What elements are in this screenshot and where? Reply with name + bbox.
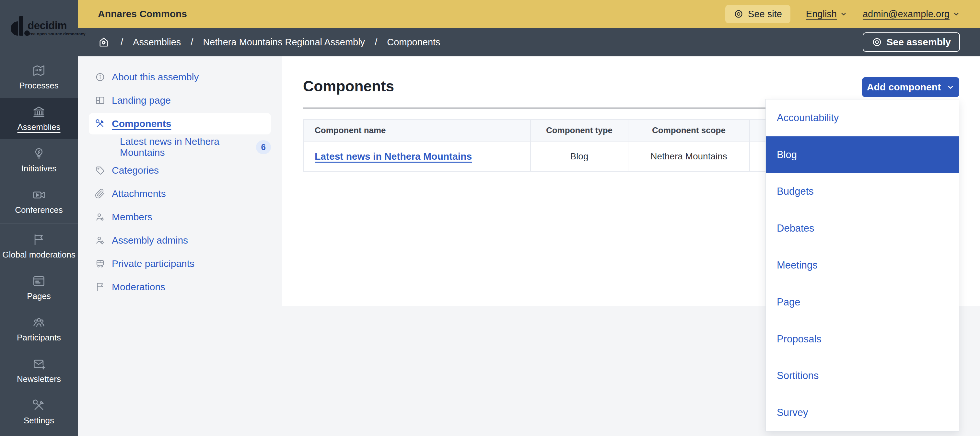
sidebar-item-label: Settings [24, 415, 54, 426]
count-badge: 6 [256, 140, 271, 154]
tools-icon [32, 398, 46, 413]
dropdown-item-budgets[interactable]: Budgets [766, 173, 959, 210]
dropdown-item-debates[interactable]: Debates [766, 210, 959, 247]
component-link[interactable]: Latest news in Nethera Mountains [315, 151, 472, 162]
breadcrumb-assembly-name[interactable]: Nethera Mountains Regional Assembly [203, 37, 365, 48]
add-component-dropdown: Accountability Blog Budgets Debates Meet… [765, 99, 959, 431]
add-component-button[interactable]: Add component [862, 77, 959, 97]
sidebar-item-label: Landing page [112, 95, 171, 106]
sidebar-item-label: Attachments [112, 188, 166, 199]
sidebar-item-settings[interactable]: Settings [0, 391, 78, 433]
language-menu[interactable]: English [806, 9, 847, 19]
video-camera-icon [32, 188, 46, 202]
sidebar-item-moderations[interactable]: Moderations [89, 275, 271, 299]
col-component-scope: Component scope [628, 119, 749, 141]
dropdown-item-survey[interactable]: Survey [766, 394, 959, 431]
paperclip-icon [95, 189, 105, 199]
eye-icon [872, 37, 882, 47]
sidebar-item-label: Newsletters [17, 374, 61, 384]
tag-icon [95, 165, 105, 176]
chevron-down-icon [947, 83, 955, 91]
breadcrumb-separator: / [121, 37, 123, 48]
lightbulb-icon [32, 146, 46, 161]
flag-icon [32, 233, 46, 247]
chevron-down-icon [953, 10, 960, 17]
sidebar-item-components[interactable]: Components [89, 113, 271, 135]
layout-grid-icon [95, 95, 105, 106]
sidebar-item-label: Participants [17, 333, 61, 343]
component-scope-cell: Nethera Mountains [628, 141, 749, 171]
primary-sidebar: decidim free open-source democracy Proce… [0, 0, 78, 436]
dropdown-item-accountability[interactable]: Accountability [766, 100, 959, 136]
home-gear-icon[interactable] [98, 36, 110, 48]
user-gear-icon [95, 235, 105, 246]
sidebar-item-about-assembly[interactable]: About this assembly [89, 65, 271, 89]
chevron-down-icon [840, 10, 847, 17]
sidebar-item-members[interactable]: Members [89, 205, 271, 229]
sidebar-item-initiatives[interactable]: Initiatives [0, 139, 78, 181]
dropdown-item-page[interactable]: Page [766, 284, 959, 321]
browser-window-icon [32, 274, 46, 288]
tools-icon [95, 119, 105, 129]
language-label: English [806, 9, 837, 19]
sidebar-item-assembly-admins[interactable]: Assembly admins [89, 229, 271, 252]
bus-icon [95, 258, 105, 269]
sidebar-item-private-participants[interactable]: Private participants [89, 252, 271, 275]
info-icon [95, 72, 105, 82]
sidebar-item-categories[interactable]: Categories [89, 159, 271, 182]
sidebar-item-latest-news[interactable]: Latest news in Nethera Mountains 6 [89, 135, 271, 159]
sidebar-item-landing-page[interactable]: Landing page [89, 89, 271, 112]
topbar: Annares Commons See site English admin@e… [78, 0, 980, 28]
flag-icon [95, 282, 105, 292]
sidebar-item-label: Initiatives [21, 163, 56, 174]
map-icon [32, 63, 46, 78]
breadcrumb: / Assemblies / Nethera Mountains Regiona… [78, 28, 980, 56]
sidebar-item-label: About this assembly [112, 71, 199, 82]
col-component-type: Component type [530, 119, 628, 141]
sidebar-item-attachments[interactable]: Attachments [89, 182, 271, 205]
sidebar-item-label: Pages [27, 291, 51, 301]
add-component-label: Add component [867, 82, 941, 93]
dropdown-item-sortitions[interactable]: Sortitions [766, 357, 959, 394]
sidebar-item-label: Global moderations [2, 250, 75, 260]
sidebar-item-label: Members [112, 211, 152, 222]
sidebar-item-label: Processes [19, 81, 58, 91]
dropdown-item-blog[interactable]: Blog [766, 136, 959, 173]
people-icon [32, 316, 46, 330]
sidebar-item-label: Conferences [15, 205, 62, 215]
sidebar-item-pages[interactable]: Pages [0, 267, 78, 308]
sidebar-item-label: Moderations [112, 282, 165, 292]
see-site-button[interactable]: See site [725, 5, 791, 23]
col-component-name: Component name [303, 119, 530, 141]
dropdown-item-meetings[interactable]: Meetings [766, 247, 959, 284]
sidebar-item-conferences[interactable]: Conferences [0, 181, 78, 222]
eye-icon [734, 9, 743, 19]
component-type-cell: Blog [530, 141, 628, 171]
bank-icon [32, 105, 46, 119]
page-title: Components [303, 78, 959, 94]
decidim-wordmark: decidim [27, 19, 67, 32]
sidebar-item-participants[interactable]: Participants [0, 308, 78, 350]
account-menu[interactable]: admin@example.org [863, 9, 960, 19]
sidebar-item-assemblies[interactable]: Assemblies [0, 98, 78, 139]
breadcrumb-separator: / [191, 37, 193, 48]
sidebar-divider [0, 224, 78, 224]
sidebar-item-label: Assemblies [18, 122, 60, 132]
breadcrumb-separator: / [375, 37, 377, 48]
sidebar-item-newsletters[interactable]: Newsletters [0, 350, 78, 391]
sidebar-item-processes[interactable]: Processes [0, 56, 78, 98]
sidebar-item-label: Components [112, 118, 171, 129]
decidim-logo: decidim free open-source democracy [0, 0, 78, 56]
sidebar-item-label: Assembly admins [112, 235, 188, 246]
sidebar-item-label: Categories [112, 165, 159, 176]
decidim-logo-mark [11, 16, 27, 36]
sidebar-item-label: Private participants [112, 258, 194, 269]
dropdown-item-proposals[interactable]: Proposals [766, 321, 959, 358]
breadcrumb-components: Components [387, 37, 440, 48]
sidebar-item-global-moderations[interactable]: Global moderations [0, 225, 78, 267]
see-assembly-button[interactable]: See assembly [863, 32, 960, 52]
site-name: Annares Commons [98, 8, 187, 19]
see-site-label: See site [748, 9, 782, 19]
account-label: admin@example.org [863, 9, 950, 19]
breadcrumb-assemblies[interactable]: Assemblies [133, 37, 181, 48]
